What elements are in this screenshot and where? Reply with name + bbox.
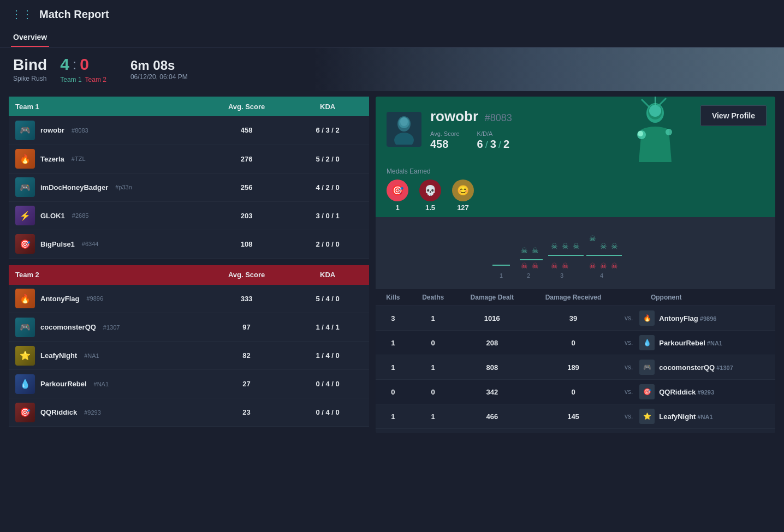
col-opponent: Opponent [618, 289, 775, 306]
player-tag: #2685 [72, 212, 89, 219]
detail-table-header: Kills Deaths Damage Dealt Damage Receive… [376, 289, 775, 306]
player-kda: 0 / 4 / 0 [286, 370, 369, 398]
detail-damage-dealt: 1016 [456, 306, 529, 331]
medal-1: 🎯 1 [387, 180, 408, 212]
player-score: 27 [207, 370, 286, 398]
vs-label: vs. [625, 413, 633, 420]
player-tag: #NA1 [94, 381, 109, 387]
detail-opponent-cell: vs. 🔥 AntonyFlag #9896 [618, 306, 775, 331]
match-duration-block: 6m 08s 06/12/20, 06:04 PM [130, 58, 188, 81]
detail-deaths: 0 [411, 380, 456, 404]
detail-kills: 3 [376, 306, 411, 331]
team2-table: Team 2 Avg. Score KDA 🔥 AntonyFlag #9896… [9, 265, 369, 427]
vs-label: vs. [625, 363, 633, 371]
svg-text:☠: ☠ [600, 242, 607, 250]
player-avatar: ⭐ [15, 346, 35, 366]
team2-kda-header: KDA [286, 265, 369, 285]
team2-player-row[interactable]: 🎮 cocomonsterQQ #1307 97 1 / 4 / 1 [9, 313, 369, 342]
team1-player-row[interactable]: 🔥 Tezerla #TZL 276 5 / 2 / 0 [9, 145, 369, 173]
detail-damage-recv: 0 [528, 380, 618, 404]
opp-avatar: 💧 [639, 335, 655, 350]
player-avatar: ⚡ [15, 206, 35, 225]
player-kda: 6 / 3 / 2 [286, 116, 369, 145]
team2-score-header: Avg. Score [207, 265, 286, 285]
player-score: 333 [207, 285, 286, 313]
player-kda: 4 / 2 / 0 [286, 173, 369, 201]
player-avatar: 🔥 [15, 149, 35, 169]
medals-label: Medals Earned [387, 168, 764, 175]
svg-point-3 [400, 117, 408, 126]
player-cell-2: ⭐ LeafyNight #NA1 [9, 342, 207, 370]
team1-body: 🎮 rowobr #8083 458 6 / 3 / 2 🔥 Tezerla #… [9, 116, 369, 258]
team1-player-row[interactable]: ⚡ GLOK1 #2685 203 3 / 0 / 1 [9, 201, 369, 230]
player-cell-3: 💧 ParkourRebel #NA1 [9, 370, 207, 398]
player-tag: #9293 [84, 409, 101, 416]
team1-player-row[interactable]: 🎮 rowobr #8083 458 6 / 3 / 2 [9, 116, 369, 145]
team-labels: Team 1 Team 2 [60, 76, 106, 83]
svg-point-1 [394, 133, 414, 145]
svg-point-8 [638, 131, 643, 136]
svg-text:☠: ☠ [573, 242, 580, 250]
player-tag: #p33n [115, 184, 132, 190]
medal-2-circle: 💀 [419, 180, 441, 201]
main-content: Team 1 Avg. Score KDA 🎮 rowobr #8083 458… [0, 91, 784, 439]
player-score: 458 [207, 116, 286, 145]
detail-opponent-cell: vs. 🎮 cocomonsterQQ #1307 [618, 355, 775, 380]
medal-3-circle: 😊 [452, 180, 474, 201]
detail-kills: 0 [376, 380, 411, 404]
detail-deaths: 1 [411, 355, 456, 380]
vs-label: vs. [625, 339, 633, 346]
team2-player-row[interactable]: 🔥 AntonyFlag #9896 333 5 / 4 / 0 [9, 285, 369, 313]
profile-header: rowobr #8083 Avg. Score 458 K/D/A 6 / 3 [376, 97, 775, 162]
opp-avatar: 🎮 [639, 360, 655, 375]
player-tag: #9896 [87, 295, 104, 302]
team1-kda-header: KDA [286, 97, 369, 116]
app-header: ⋮⋮ Match Report [0, 0, 784, 28]
profile-kda-a: 2 [503, 138, 509, 151]
rounds-viz: 1 2 ☠ ☠ ☠ ☠ 3 ☠ ☠ ☠ ☠ ☠ 4 [376, 217, 775, 289]
svg-text:☠: ☠ [532, 246, 539, 255]
profile-tag: #8083 [485, 112, 512, 123]
svg-text:1: 1 [500, 272, 503, 279]
nav-tabs: Overview [0, 28, 784, 47]
svg-text:3: 3 [560, 272, 563, 279]
player-tag: #TZL [72, 156, 86, 162]
team1-player-row[interactable]: 🎮 imDocHoneyBadger #p33n 256 4 / 2 / 0 [9, 173, 369, 201]
detail-damage-recv: 0 [528, 331, 618, 355]
svg-text:2: 2 [527, 272, 530, 279]
match-score: 4 : 0 [60, 55, 106, 74]
team1-player-row[interactable]: 🎯 BigPulse1 #6344 108 2 / 0 / 0 [9, 230, 369, 258]
player-score: 23 [207, 398, 286, 427]
detail-damage-recv: 39 [528, 306, 618, 331]
opp-name: LeafyNight #NA1 [659, 413, 712, 421]
opp-avatar: 🔥 [639, 310, 655, 326]
player-name: Tezerla [40, 155, 64, 163]
medals-row: 🎯 1 💀 1.5 😊 127 [387, 180, 764, 212]
svg-text:☠: ☠ [551, 261, 558, 270]
col-damage-dealt: Damage Dealt [456, 289, 529, 306]
profile-panel: rowobr #8083 Avg. Score 458 K/D/A 6 / 3 [376, 97, 775, 433]
player-name: GLOK1 [40, 212, 65, 220]
team1-label-header: Team 1 [9, 97, 207, 116]
team2-player-row[interactable]: ⭐ LeafyNight #NA1 82 1 / 4 / 0 [9, 342, 369, 370]
player-kda: 0 / 4 / 0 [286, 398, 369, 427]
app-title: Match Report [39, 8, 109, 21]
player-cell-3: ⚡ GLOK1 #2685 [9, 201, 207, 230]
player-kda: 2 / 0 / 0 [286, 230, 369, 258]
detail-deaths: 0 [411, 331, 456, 355]
team2-player-row[interactable]: 💧 ParkourRebel #NA1 27 0 / 4 / 0 [9, 370, 369, 398]
medal-3-value: 127 [457, 204, 469, 212]
player-score: 276 [207, 145, 286, 173]
view-profile-button[interactable]: View Profile [700, 105, 767, 126]
tab-overview[interactable]: Overview [11, 28, 49, 47]
svg-text:☠: ☠ [589, 234, 596, 243]
svg-point-6 [649, 105, 661, 117]
match-mode: Spike Rush [13, 75, 47, 82]
profile-kda-value: 6 / 3 / 2 [477, 138, 509, 151]
opp-name: ParkourRebel #NA1 [659, 339, 722, 347]
detail-damage-dealt: 342 [456, 380, 529, 404]
svg-text:☠: ☠ [611, 261, 618, 270]
detail-opponent-cell: vs. 🎯 QQRiddick #9293 [618, 380, 775, 404]
detail-row: 3 1 1016 39 vs. 🔥 AntonyFlag #9896 [376, 306, 775, 331]
team2-player-row[interactable]: 🎯 QQRiddick #9293 23 0 / 4 / 0 [9, 398, 369, 427]
